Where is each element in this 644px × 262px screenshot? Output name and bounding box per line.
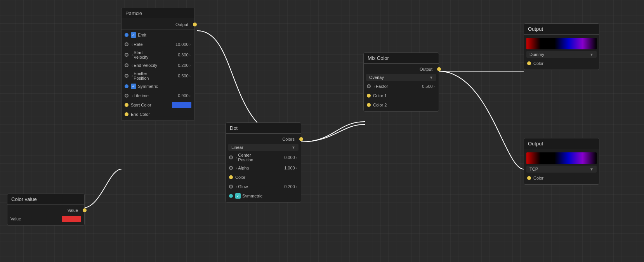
color-value-output-socket[interactable] — [83, 208, 87, 212]
output-dummy-color-socket[interactable] — [527, 61, 531, 65]
particle-emit-label: Emit — [138, 33, 191, 37]
particle-rate-left-arrow[interactable]: ‹ — [131, 42, 134, 47]
mix-color-color2-label: Color 2 — [373, 103, 436, 107]
dot-alpha-value: 1.000 — [284, 166, 295, 170]
mix-color-header: Mix Color — [364, 53, 439, 64]
particle-lifetime-row: ‹ Lifetime 0.900 › — [122, 91, 194, 100]
particle-node: Particle Output Emit ‹ Rate 10.000 › ‹ S… — [121, 8, 195, 121]
particle-lifetime-label: Lifetime — [134, 93, 178, 98]
dot-glow-value: 0.200 — [284, 184, 295, 189]
dot-glow-right-arrow[interactable]: › — [295, 185, 298, 189]
dot-alpha-right-arrow[interactable]: › — [295, 166, 298, 170]
mix-color-factor-left-arrow[interactable]: ‹ — [373, 84, 376, 89]
particle-start-vel-label: StartVelocity — [134, 50, 178, 59]
mix-color-factor-right-arrow[interactable]: › — [433, 84, 436, 89]
dot-title: Dot — [230, 125, 238, 131]
particle-emitter-left-arrow[interactable]: ‹ — [131, 74, 134, 78]
particle-emitter-pos-socket[interactable] — [125, 74, 128, 78]
dot-alpha-left-arrow[interactable]: ‹ — [235, 166, 238, 170]
dot-dropdown-arrow-icon: ▼ — [292, 145, 295, 150]
particle-emit-checkbox[interactable] — [131, 32, 136, 38]
particle-title: Particle — [125, 10, 142, 16]
dot-colors-socket[interactable] — [299, 137, 303, 141]
dot-center-pos-row: ‹ CenterPosition 0.000 › — [226, 152, 301, 163]
color-value-swatch[interactable] — [62, 216, 81, 222]
particle-start-color-socket[interactable] — [125, 103, 128, 107]
particle-sym-label: Symmetric — [138, 84, 191, 89]
mix-color-node: Mix Color Output Overlay ▼ ‹ Factor 0.50… — [363, 52, 439, 112]
output-tcp-color-row: Color — [524, 173, 599, 183]
particle-end-vel-left-arrow[interactable]: ‹ — [131, 63, 134, 68]
particle-symmetric-row: Symmetric — [122, 82, 194, 91]
dot-linear-dropdown[interactable]: Linear ▼ — [228, 144, 299, 151]
dot-center-pos-label: CenterPosition — [238, 153, 284, 162]
dot-alpha-row: ‹ Alpha 1.000 › — [226, 163, 301, 173]
dot-alpha-label: Alpha — [238, 166, 284, 170]
dot-glow-left-arrow[interactable]: ‹ — [235, 185, 238, 189]
particle-end-vel-socket[interactable] — [125, 63, 128, 67]
mix-color-dropdown[interactable]: Overlay ▼ — [366, 74, 436, 81]
particle-start-color-label: Start Color — [131, 103, 172, 107]
particle-start-vel-left-arrow[interactable]: ‹ — [131, 53, 134, 57]
particle-end-color-socket[interactable] — [125, 112, 128, 116]
particle-rate-value: 10.000 — [175, 42, 189, 47]
output-dummy-gradient — [526, 38, 597, 49]
mix-color-factor-socket[interactable] — [367, 84, 371, 88]
color-value-body: Value Value — [7, 205, 84, 225]
dot-color-row: Color — [226, 173, 301, 182]
color-value-title: Color value — [11, 196, 37, 202]
particle-rate-row: ‹ Rate 10.000 › — [122, 40, 194, 49]
output-tcp-color-socket[interactable] — [527, 176, 531, 180]
mix-color-color2-socket[interactable] — [367, 103, 371, 107]
dot-center-right-arrow[interactable]: › — [295, 155, 298, 160]
dot-node-header: Dot — [226, 123, 301, 134]
mix-color-color1-row: Color 1 — [364, 91, 439, 100]
particle-end-vel-row: ‹ End Velocity 0.200 › — [122, 61, 194, 70]
particle-rate-right-arrow[interactable]: › — [189, 42, 191, 47]
dot-glow-label: Glow — [238, 184, 284, 189]
particle-end-vel-right-arrow[interactable]: › — [189, 63, 191, 68]
dot-center-left-arrow[interactable]: ‹ — [235, 155, 238, 160]
mix-color-factor-row: ‹ Factor 0.500 › — [364, 82, 439, 91]
particle-end-vel-label: End Velocity — [134, 63, 178, 68]
mix-color-color1-socket[interactable] — [367, 94, 371, 98]
particle-lifetime-left-arrow[interactable]: ‹ — [131, 94, 134, 98]
particle-sym-checkbox[interactable] — [131, 84, 136, 89]
mix-color-factor-value: 0.500 — [422, 84, 433, 89]
particle-rate-label: Rate — [134, 42, 175, 47]
output-dummy-dropdown-label: Dummy — [529, 52, 590, 57]
particle-output-socket[interactable] — [193, 23, 197, 26]
output-dummy-dropdown[interactable]: Dummy ▼ — [526, 51, 597, 58]
dot-center-pos-socket[interactable] — [229, 155, 233, 159]
particle-start-color-swatch[interactable] — [172, 102, 191, 108]
output-dummy-node: Output Dummy ▼ Color — [524, 23, 599, 70]
particle-emit-socket[interactable] — [125, 33, 128, 37]
output-dummy-body: Dummy ▼ Color — [524, 35, 599, 70]
color-value-label: Value — [10, 217, 62, 221]
dot-alpha-socket[interactable] — [229, 166, 233, 170]
particle-output-label: Output — [175, 22, 188, 27]
particle-lifetime-right-arrow[interactable]: › — [189, 94, 191, 98]
output-tcp-dropdown[interactable]: TCP ▼ — [526, 166, 597, 173]
dot-glow-socket[interactable] — [229, 185, 233, 189]
output-tcp-body: TCP ▼ Color — [524, 149, 599, 184]
particle-lifetime-socket[interactable] — [125, 94, 128, 98]
particle-start-vel-socket[interactable] — [125, 53, 128, 57]
dot-color-socket[interactable] — [229, 175, 233, 179]
particle-emitter-right-arrow[interactable]: › — [189, 74, 191, 78]
particle-sym-socket[interactable] — [125, 84, 128, 88]
output-tcp-node: Output TCP ▼ Color — [524, 138, 599, 185]
dot-colors-label: Colors — [282, 137, 295, 141]
dot-sym-checkbox[interactable]: ✓ — [235, 193, 241, 199]
mix-color-title: Mix Color — [368, 55, 389, 61]
mix-color-output-socket[interactable] — [437, 67, 441, 71]
particle-end-color-row: End Color — [122, 110, 194, 119]
dot-sym-socket[interactable] — [229, 194, 233, 198]
particle-rate-socket[interactable] — [125, 42, 128, 46]
particle-start-vel-right-arrow[interactable]: › — [189, 53, 191, 57]
mix-color-dropdown-label: Overlay — [369, 75, 429, 80]
output-dummy-title: Output — [528, 26, 543, 32]
particle-start-color-row: Start Color — [122, 100, 194, 110]
dot-glow-row: ‹ Glow 0.200 › — [226, 182, 301, 191]
particle-output-row: Output — [122, 21, 194, 28]
